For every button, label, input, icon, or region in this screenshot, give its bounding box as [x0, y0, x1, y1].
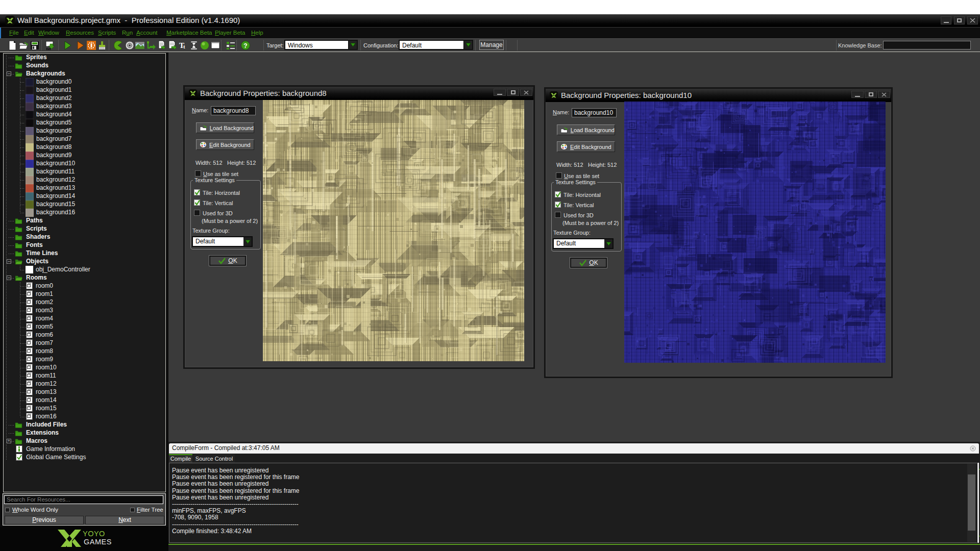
- svg-text:GAMES: GAMES: [84, 538, 111, 546]
- svg-text:YOYO: YOYO: [83, 530, 105, 538]
- svg-text:?: ?: [243, 42, 247, 49]
- svg-text:t: t: [183, 43, 185, 49]
